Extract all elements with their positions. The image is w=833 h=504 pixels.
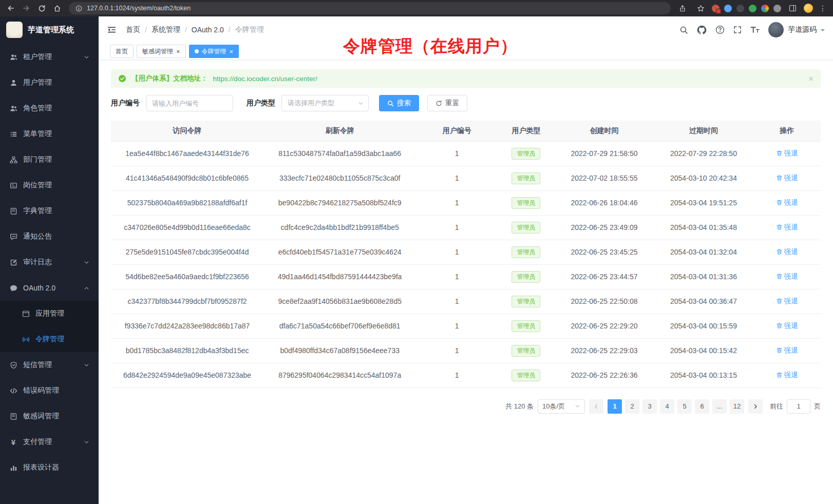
side-panel-icon[interactable] [786,2,799,14]
tab-label: 令牌管理 [202,47,226,56]
extension-green-icon[interactable] [749,5,756,12]
alert-close-icon[interactable]: × [808,74,813,83]
force-logout-button[interactable]: 强退 [776,173,798,183]
search-button[interactable]: 搜索 [379,95,419,111]
sidebar-item-report-designer[interactable]: 报表设计器 [0,455,99,480]
force-logout-button[interactable]: 强退 [776,272,798,281]
page-button-5[interactable]: 5 [677,399,692,414]
sidebar-item-user[interactable]: 用户管理 [0,70,99,95]
tab-sensitive-word[interactable]: 敏感词管理× [137,45,186,58]
browser-menu-icon[interactable]: ⋮ [818,4,828,12]
sidebar-item-dept[interactable]: 部门管理 [0,147,99,172]
breadcrumb-item[interactable]: OAuth 2.0 [192,26,224,34]
sidebar-item-label: 令牌管理 [35,335,64,344]
sidebar-item-oauth2-app[interactable]: 应用管理 [0,301,99,326]
user-type-badge: 管理员 [512,320,540,332]
created-time-cell: 2022-06-25 23:45:25 [555,240,654,264]
browser-profile-avatar[interactable] [804,4,813,13]
sidebar-item-oauth2[interactable]: OAuth 2.0 [0,275,99,301]
expire-time-cell: 2054-03-04 00:15:59 [654,314,753,338]
sidebar-item-role[interactable]: 角色管理 [0,95,99,121]
extension-dark-icon[interactable] [736,5,744,12]
page-ellipsis[interactable]: ... [712,399,727,414]
sidebar-item-audit-log[interactable]: 审计日志 [0,249,99,275]
reset-button[interactable]: 重置 [427,95,467,111]
share-icon[interactable] [676,2,689,14]
user-type-cell: 管理员 [498,240,555,264]
tab-home[interactable]: 首页 [110,45,134,58]
browser-chrome: 127.0.0.1:1024/system/oauth2/token ⋮ [0,0,833,16]
goto-page-input[interactable] [787,399,810,414]
expire-time-cell: 2054-03-04 00:13:15 [654,363,753,387]
user-type-cell: 管理员 [498,215,555,240]
page-button-3[interactable]: 3 [642,399,657,414]
fullscreen-icon[interactable] [733,26,742,34]
breadcrumb-item[interactable]: 首页 [126,25,140,34]
chevron-down-icon [821,29,825,33]
force-logout-button[interactable]: 强退 [776,371,798,380]
force-logout-button[interactable]: 强退 [776,321,798,331]
header-tools: 芋道源码 [679,22,825,37]
sidebar-item-dict[interactable]: 字典管理 [0,198,99,224]
sidebar-item-oauth2-token[interactable]: 令牌管理 [0,326,99,352]
collapse-menu-icon[interactable] [107,25,117,34]
back-button[interactable] [4,2,17,14]
force-logout-button[interactable]: 强退 [776,223,798,232]
breadcrumb: 首页/系统管理/OAuth 2.0/令牌管理 [126,25,264,34]
user-type-select[interactable]: 请选择用户类型 [281,95,369,111]
extension-blue-icon[interactable] [724,5,732,12]
trash-icon [776,298,783,304]
extension-colorful-icon[interactable] [761,5,769,12]
refresh-token-cell: b0df4980ffd34c67a08f9156e4eee733 [263,338,416,363]
prev-page-button[interactable] [589,399,603,414]
force-logout-button[interactable]: 强退 [776,198,798,207]
github-icon[interactable] [697,25,707,35]
page-button-2[interactable]: 2 [625,399,639,414]
force-logout-label: 强退 [784,198,798,207]
font-size-icon[interactable] [750,26,760,34]
page-size-select[interactable]: 10条/页 [538,399,585,414]
force-logout-button[interactable]: 强退 [776,149,798,158]
sidebar-item-menu[interactable]: 菜单管理 [0,121,99,147]
app-logo-link[interactable]: 芋道管理系统 [0,16,99,43]
user-id-input[interactable] [146,95,233,111]
extensions-puzzle-icon[interactable] [773,5,781,12]
page-button-6[interactable]: 6 [695,399,709,414]
search-icon[interactable] [679,26,688,34]
sidebar-item-label: 错误码管理 [23,386,59,395]
next-page-button[interactable] [748,399,763,414]
user-menu[interactable]: 芋道源码 [768,22,825,37]
force-logout-button[interactable]: 强退 [776,297,798,306]
sidebar-item-pay[interactable]: ¥支付管理 [0,429,99,455]
tab-token[interactable]: 令牌管理× [189,45,239,58]
site-info-icon[interactable] [74,4,83,12]
page-button-1[interactable]: 1 [608,399,622,414]
extension-badged-icon[interactable] [712,5,720,12]
doc-link[interactable]: https://doc.iocoder.cn/user-center/ [213,75,317,83]
url-bar[interactable]: 127.0.0.1:1024/system/oauth2/token [69,2,671,14]
force-logout-button[interactable]: 强退 [776,346,798,355]
breadcrumb-item[interactable]: 系统管理 [152,25,180,34]
sidebar-item-notice[interactable]: 通知公告 [0,224,99,249]
user-name: 芋道源码 [788,25,817,34]
bookmark-star-icon[interactable] [694,2,707,14]
sidebar-item-post[interactable]: 岗位管理 [0,172,99,198]
tab-close-icon[interactable]: × [176,48,180,55]
sidebar-item-label: 应用管理 [35,309,64,318]
forward-button[interactable] [20,2,33,14]
card-icon [9,182,17,189]
sidebar-item-tenant[interactable]: 租户管理 [0,44,99,70]
force-logout-button[interactable]: 强退 [776,247,798,257]
page-button-4[interactable]: 4 [660,399,674,414]
chevron-down-icon [575,403,580,409]
page-button-12[interactable]: 12 [730,399,744,414]
tab-close-icon[interactable]: × [230,48,234,55]
sidebar-item-error-code[interactable]: 错误码管理 [0,378,99,403]
reload-button[interactable] [35,2,48,14]
home-button[interactable] [50,2,64,14]
help-icon[interactable] [715,25,725,34]
user-type-badge: 管理员 [512,197,540,209]
sidebar-item-sensitive-word[interactable]: 敏感词管理 [0,403,99,429]
sidebar-item-sms[interactable]: 短信管理 [0,352,99,378]
sidebar-item-label: 短信管理 [23,360,52,370]
